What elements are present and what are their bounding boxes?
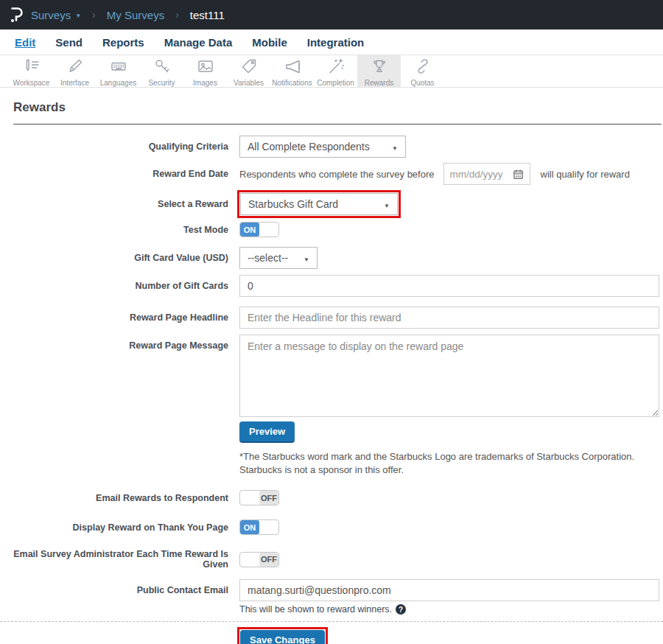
toggle-off-segment — [259, 223, 278, 237]
toolbar-label: Completion — [317, 79, 354, 87]
chevron-down-icon: ▼ — [75, 13, 81, 19]
public-email-label: Public Contact Email — [0, 585, 228, 595]
help-icon[interactable]: ? — [396, 604, 406, 615]
public-email-row: Public Contact Email — [0, 579, 663, 601]
toolbar-item-interface[interactable]: Interface — [53, 55, 97, 87]
toolbar-label: Quotas — [410, 79, 434, 87]
qualifying-criteria-value: All Complete Respondents — [248, 141, 370, 153]
toolbar-label: Interface — [60, 79, 89, 87]
num-gift-cards-label: Number of Gift Cards — [0, 281, 228, 291]
preview-button[interactable]: Preview — [239, 421, 295, 443]
toolbar-item-notifications[interactable]: Notifications — [270, 55, 314, 87]
keyboard-icon — [110, 57, 127, 78]
tab-send[interactable]: Send — [55, 36, 83, 49]
tab-edit[interactable]: Edit — [15, 36, 35, 49]
key-icon — [153, 57, 171, 78]
toolbar-item-variables[interactable]: Variables — [227, 55, 270, 87]
toolbar-label: Security — [148, 79, 175, 87]
toolbar-item-quotas[interactable]: Quotas — [401, 55, 444, 87]
page-title: Rewards — [13, 100, 663, 115]
email-rewards-label: Email Rewards to Respondent — [0, 493, 228, 503]
chain-links-icon — [414, 57, 432, 78]
toggle-on-segment: ON — [240, 223, 259, 237]
message-textarea[interactable] — [239, 335, 659, 417]
calendar-icon[interactable] — [513, 169, 524, 180]
public-email-helper: This will be shown to reward winners. ? — [239, 604, 663, 615]
edit-sections-toolbar: Workspace Interface Languages Security — [0, 55, 663, 88]
reward-end-date-prefix: Respondents who complete the survey befo… — [239, 169, 435, 180]
gift-card-value-label: Gift Card Value (USD) — [0, 253, 228, 263]
email-rewards-row: Email Rewards to Respondent OFF — [0, 490, 663, 505]
reward-end-date-label: Reward End Date — [0, 169, 228, 179]
email-admin-toggle[interactable]: OFF — [239, 552, 279, 567]
select-reward-value: Starbucks Gift Card — [248, 198, 338, 210]
breadcrumb-separator: › — [171, 9, 183, 21]
toggle-on-segment — [240, 491, 259, 505]
breadcrumb-surveys[interactable]: Surveys ▼ — [31, 9, 81, 21]
pen-icon — [66, 57, 84, 78]
breadcrumb-surveys-label: Surveys — [31, 9, 71, 21]
tab-mobile[interactable]: Mobile — [252, 36, 287, 49]
headline-label: Reward Page Headline — [0, 312, 228, 323]
pencil-list-icon — [23, 57, 41, 78]
save-changes-button[interactable]: Save Changes — [240, 630, 325, 644]
test-mode-label: Test Mode — [0, 225, 228, 235]
save-section-divider — [0, 621, 663, 622]
headline-row: Reward Page Headline — [0, 307, 663, 329]
picture-icon — [197, 57, 214, 78]
qualifying-criteria-select[interactable]: All Complete Respondents — [239, 136, 406, 158]
questionpro-logo-icon[interactable] — [10, 5, 24, 24]
tab-reports[interactable]: Reports — [102, 36, 144, 49]
public-email-input[interactable] — [239, 579, 659, 601]
message-label: Reward Page Message — [0, 335, 228, 351]
save-row: Save Changes — [237, 627, 663, 644]
test-mode-row: Test Mode ON — [0, 222, 663, 237]
preview-row: Preview — [0, 421, 663, 443]
num-gift-cards-row: Number of Gift Cards — [0, 275, 663, 297]
toolbar-label: Images — [193, 79, 217, 87]
toolbar-item-languages[interactable]: Languages — [97, 55, 140, 87]
qualifying-criteria-label: Qualifying Criteria — [0, 141, 228, 152]
breadcrumb-my-surveys-label: My Surveys — [107, 9, 164, 21]
tag-icon — [240, 57, 258, 78]
trophy-icon — [371, 57, 388, 78]
toolbar-label: Variables — [234, 79, 264, 87]
select-reward-select[interactable]: Starbucks Gift Card — [240, 193, 398, 215]
toolbar-item-security[interactable]: Security — [140, 55, 183, 87]
breadcrumb-separator: › — [88, 9, 100, 21]
starbucks-trademark-note: *The Starbucks word mark and the Starbuc… — [239, 450, 663, 476]
tab-integration[interactable]: Integration — [307, 36, 365, 49]
annotation-highlight-save: Save Changes — [237, 627, 328, 644]
reward-end-date-input[interactable]: mm/dd/yyyy — [443, 163, 530, 185]
toolbar-item-rewards[interactable]: Rewards — [357, 55, 401, 87]
toolbar-label: Notifications — [272, 79, 312, 87]
caret-down-icon — [392, 141, 398, 153]
gift-card-value-row: Gift Card Value (USD) --select-- — [0, 247, 663, 269]
gift-card-value-select[interactable]: --select-- — [239, 247, 318, 269]
toolbar-item-workspace[interactable]: Workspace — [10, 55, 53, 87]
test-mode-toggle[interactable]: ON — [239, 222, 279, 237]
email-admin-row: Email Survey Administrator Each Time Rew… — [0, 549, 663, 570]
caret-down-icon — [304, 252, 309, 264]
toggle-off-segment: OFF — [259, 553, 278, 567]
toolbar-item-images[interactable]: Images — [183, 55, 227, 87]
gift-card-value-value: --select-- — [248, 252, 288, 264]
toolbar-label: Workspace — [13, 79, 50, 87]
reward-end-date-suffix: will qualify for reward — [541, 169, 630, 180]
num-gift-cards-input[interactable] — [239, 275, 659, 297]
email-rewards-toggle[interactable]: OFF — [239, 490, 279, 505]
date-placeholder: mm/dd/yyyy — [450, 169, 503, 180]
tab-manage-data[interactable]: Manage Data — [164, 36, 233, 49]
caret-down-icon — [384, 198, 390, 210]
toolbar-item-completion[interactable]: Completion — [314, 55, 357, 87]
headline-input[interactable] — [239, 307, 659, 329]
display-reward-toggle[interactable]: ON — [239, 519, 279, 535]
toolbar-label: Languages — [100, 79, 137, 87]
toggle-on-segment — [240, 553, 259, 567]
top-bar: Surveys ▼ › My Surveys › test111 — [0, 0, 663, 29]
breadcrumb-current-survey: test111 — [190, 9, 225, 21]
breadcrumb-my-surveys[interactable]: My Surveys — [107, 9, 164, 21]
reward-end-date-row: Reward End Date Respondents who complete… — [0, 163, 663, 185]
main-tab-bar: Edit Send Reports Manage Data Mobile Int… — [0, 29, 663, 55]
toolbar-label: Rewards — [365, 79, 393, 87]
